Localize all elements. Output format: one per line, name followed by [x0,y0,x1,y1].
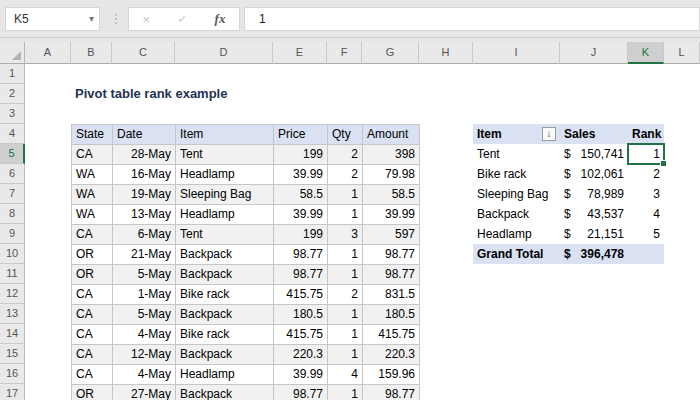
cell[interactable]: Headlamp [473,224,560,244]
cell[interactable]: CA [72,225,113,245]
cell[interactable]: 2 [328,145,363,165]
cell[interactable]: 4-May [113,325,176,345]
cell[interactable]: 415.75 [363,325,420,345]
cell[interactable]: 220.3 [274,345,328,365]
row-header-13[interactable]: 13 [0,304,25,324]
cell[interactable]: 28-May [113,145,176,165]
row-header-2[interactable]: 2 [0,84,25,104]
cell[interactable]: 5-May [113,305,176,325]
row-header-4[interactable]: 4 [0,124,25,144]
cell[interactable]: CA [72,285,113,305]
cell[interactable]: 21-May [113,245,176,265]
cell[interactable]: 58.5 [363,185,420,205]
cell[interactable]: 39.99 [274,365,328,385]
cell[interactable]: OR [72,265,113,285]
row-header-7[interactable]: 7 [0,184,25,204]
cell[interactable]: $78,989 [560,184,628,204]
cell[interactable]: 79.98 [363,165,420,185]
row-header-12[interactable]: 12 [0,284,25,304]
cell[interactable]: 180.5 [274,305,328,325]
cell[interactable]: $43,537 [560,204,628,224]
cell[interactable]: 831.5 [363,285,420,305]
cell[interactable]: 3 [328,225,363,245]
cell[interactable]: 4-May [113,365,176,385]
cell[interactable]: 98.77 [274,265,328,285]
cell[interactable]: 13-May [113,205,176,225]
cell[interactable]: Sleeping Bag [473,184,560,204]
cell[interactable]: Backpack [176,345,274,365]
cell[interactable]: CA [72,145,113,165]
row-header-17[interactable]: 17 [0,384,25,400]
row-header-3[interactable]: 3 [0,104,25,124]
cell[interactable]: 16-May [113,165,176,185]
row-header-14[interactable]: 14 [0,324,25,344]
formula-input[interactable]: 1 [244,7,700,31]
cell[interactable]: WA [72,205,113,225]
cell[interactable]: 1 [328,245,363,265]
row-header-10[interactable]: 10 [0,244,25,264]
cell[interactable]: Backpack [176,305,274,325]
cell[interactable]: 398 [363,145,420,165]
column-header-g[interactable]: G [362,42,419,64]
cell[interactable]: 1-May [113,285,176,305]
column-header-e[interactable]: E [273,42,327,64]
column-header-a[interactable]: A [25,42,71,64]
cell[interactable]: Bike rack [176,285,274,305]
cell[interactable]: OR [72,385,113,400]
cell[interactable]: 98.77 [363,245,420,265]
insert-function-icon[interactable]: fx [215,11,226,27]
cell[interactable]: Grand Total [473,244,560,264]
row-header-15[interactable]: 15 [0,344,25,364]
cell[interactable]: Backpack [473,204,560,224]
cell[interactable]: 12-May [113,345,176,365]
cell[interactable]: 2 [328,165,363,185]
cell[interactable]: 1 [328,185,363,205]
cell[interactable]: $150,741 [560,144,628,164]
cell[interactable]: OR [72,245,113,265]
cell[interactable]: 98.77 [363,385,420,400]
column-header-b[interactable]: B [71,42,112,64]
cell[interactable]: 6-May [113,225,176,245]
cell[interactable]: Backpack [176,245,274,265]
cell[interactable] [628,244,664,264]
cell[interactable]: 1 [328,345,363,365]
cell[interactable]: CA [72,345,113,365]
cell[interactable]: 597 [363,225,420,245]
cell[interactable]: Headlamp [176,205,274,225]
cell[interactable]: WA [72,165,113,185]
cell[interactable]: Headlamp [176,165,274,185]
column-header-k[interactable]: K [628,42,664,64]
row-header-16[interactable]: 16 [0,364,25,384]
cell[interactable]: 1 [328,305,363,325]
row-header-8[interactable]: 8 [0,204,25,224]
cell[interactable]: Backpack [176,265,274,285]
chevron-down-icon[interactable]: ▾ [89,8,94,30]
cell[interactable]: 199 [274,145,328,165]
cell[interactable]: Amount [363,125,420,145]
cell[interactable]: Date [113,125,176,145]
filter-sort-icon[interactable]: ↓ [542,127,556,141]
cell[interactable]: State [72,125,113,145]
cell[interactable]: Sleeping Bag [176,185,274,205]
cell[interactable]: Price [274,125,328,145]
cell[interactable]: 4 [628,204,664,224]
cell[interactable]: 2 [328,285,363,305]
cell[interactable]: 1 [328,325,363,345]
cell[interactable]: 98.77 [274,245,328,265]
cell[interactable]: 159.96 [363,365,420,385]
cell[interactable]: 27-May [113,385,176,400]
cell[interactable]: CA [72,325,113,345]
cell[interactable]: $396,478 [560,244,628,264]
sheet-title-cell[interactable]: Pivot table rank example [75,84,227,104]
cell[interactable]: 98.77 [274,385,328,400]
cell[interactable]: 199 [274,225,328,245]
column-header-l[interactable]: L [664,42,700,64]
column-header-j[interactable]: J [560,42,628,64]
cancel-icon[interactable]: × [143,12,151,27]
cell[interactable]: 4 [328,365,363,385]
cell[interactable]: Item ↓ [473,124,560,144]
column-header-h[interactable]: H [419,42,473,64]
cell[interactable]: 415.75 [274,325,328,345]
cell[interactable]: 1 [328,205,363,225]
cell[interactable]: 1 [328,265,363,285]
